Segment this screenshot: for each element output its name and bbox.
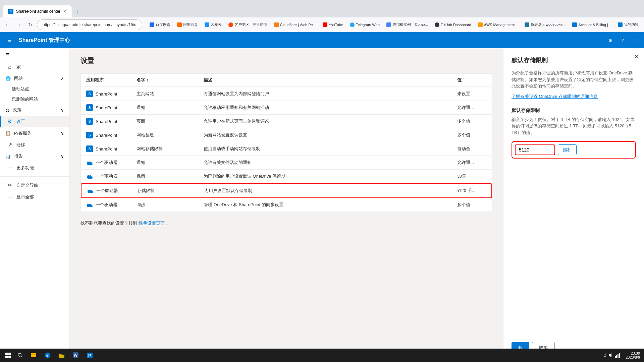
svg-rect-17 — [618, 354, 619, 358]
bookmark-github[interactable]: GitHub Dashboard — [432, 21, 474, 28]
settings-table: 应用程序 名字 ↑ 描述 值 S SharePoint 主页网站 将通信网站设置… — [80, 73, 492, 212]
topbar-hamburger[interactable]: ☰ — [4, 35, 15, 46]
storage-input[interactable] — [515, 144, 555, 155]
sharepoint-icon: S — [86, 145, 93, 152]
table-row[interactable]: 一个驱动器 保留 为已删除的用户设置默认 OneDrive 保留期 30天 — [81, 170, 492, 183]
panel-link[interactable]: 了解有关设置 OneDrive 存储限制的详细信息 — [512, 94, 636, 100]
forward-button[interactable]: → — [14, 20, 23, 29]
bookmark-mycontent[interactable]: 我的内容 — [615, 21, 641, 28]
bookmark-telegram[interactable]: Telegram Web — [347, 21, 382, 28]
svg-rect-16 — [616, 355, 617, 358]
sidebar-section-reports[interactable]: 📊 报告 ∨ — [0, 150, 69, 162]
sharepoint-icon: S — [86, 132, 93, 138]
taskbar-edge[interactable]: e — [41, 349, 54, 362]
taskbar-word[interactable]: W — [69, 349, 83, 362]
back-button[interactable]: ← — [3, 20, 12, 29]
browser-toolbar: ← → ↻ 百度网盘 阿里云盘 蓝奏云 客户专区 - 兜里诺呀 Cl — [0, 17, 644, 32]
reports-icon: 📊 — [5, 154, 11, 159]
svg-text:P: P — [88, 353, 91, 358]
table-row[interactable]: S SharePoint 页面 允许用户在新式页面上创建和评论 多个值 — [81, 115, 492, 128]
tab-favicon: S — [8, 9, 13, 14]
table-row[interactable]: 一个驱动器 同步 管理 OneDrive 和 SharePoint 的同步设置 … — [81, 198, 492, 212]
col-desc: 描述 — [198, 74, 452, 86]
page-title: 设置 — [80, 56, 492, 65]
policies-icon: ⚖ — [5, 108, 9, 113]
table-row-storage-limit[interactable]: 一个驱动器 存储限制 为用户设置默认存储限制 5120 千... — [81, 183, 492, 198]
sidebar-item-custom-nav[interactable]: ✏ 自定义导航 — [0, 179, 69, 191]
taskbar-app5[interactable]: P — [83, 349, 97, 362]
more-icon: ⋯ — [6, 165, 13, 171]
sidebar-section-sites[interactable]: 🌐 网站 ∧ — [0, 73, 69, 84]
svg-rect-18 — [619, 353, 620, 358]
classic-settings-link[interactable]: 经典设置页面 — [139, 221, 165, 226]
sidebar-toggle[interactable]: ☰ — [0, 48, 69, 61]
taskbar-clock[interactable]: 23:39 2023/8/6 — [623, 351, 643, 359]
svg-line-5 — [21, 356, 22, 357]
browser-tabs: S SharePoint admin center ✕ + — [0, 0, 644, 17]
tab-close-icon[interactable]: ✕ — [63, 9, 66, 14]
sidebar-item-settings[interactable]: ⚙ 设置 — [0, 116, 69, 127]
bookmark-vm[interactable]: 虚拟机实例 – Comp... — [384, 21, 431, 28]
address-bar[interactable] — [37, 19, 142, 30]
bookmark-youtube[interactable]: YouTube — [320, 21, 346, 28]
bookmark-baidu[interactable]: 百度网盘 — [147, 21, 173, 28]
onedrive-icon — [87, 187, 94, 194]
taskbar-explorer[interactable] — [27, 349, 40, 362]
table-row[interactable]: 一个驱动器 通知 允许有关文件活动的通知 允许通... — [81, 156, 492, 170]
onedrive-icon — [86, 159, 93, 166]
bookmark-aliyun[interactable]: 阿里云盘 — [174, 21, 201, 28]
sidebar-item-deleted-sites[interactable]: 已删除的网站 — [5, 94, 69, 104]
table-header: 应用程序 名字 ↑ 描述 值 — [81, 74, 492, 87]
lang-indicator: 英 — [603, 353, 607, 358]
col-name: 名字 ↑ — [131, 74, 198, 86]
panel-title: 默认存储限制 — [512, 56, 636, 64]
content-area: 设置 应用程序 名字 ↑ 描述 值 S SharePoint — [70, 48, 503, 362]
onedrive-icon — [86, 201, 93, 208]
bookmark-wodeboke[interactable]: 仪表盘 « wodeboke... — [522, 21, 569, 28]
reports-expand-icon: ∨ — [61, 154, 64, 159]
sidebar-item-migration[interactable]: ↗ 迁移 — [0, 139, 69, 150]
sites-icon: 🌐 — [5, 76, 11, 81]
custom-nav-icon: ✏ — [6, 182, 13, 188]
bookmark-aws[interactable]: AWS Management... — [475, 21, 521, 28]
new-tab-button[interactable]: + — [72, 7, 83, 17]
sidebar-item-active-sites[interactable]: 活动站点 — [5, 84, 69, 94]
profile-icon-btn[interactable]: 👤 — [629, 35, 640, 46]
tab-label: SharePoint admin center — [16, 9, 60, 14]
taskbar-folder[interactable] — [55, 349, 68, 362]
active-tab[interactable]: S SharePoint admin center ✕ — [3, 5, 72, 17]
bookmark-lanzou[interactable]: 蓝奏云 — [202, 21, 224, 28]
panel-description: 为分配了合格许可证的所有新用户和现有用户设置 OneDrive 存储限制。如果您… — [512, 70, 636, 89]
start-button[interactable] — [1, 349, 15, 362]
policies-expand-icon: ∨ — [61, 108, 64, 113]
table-row[interactable]: S SharePoint 主页网站 将通信网站设置为内部网登陆门户 未设置 — [81, 87, 492, 101]
sharepoint-icon: S — [86, 104, 93, 111]
sidebar: ☰ ⌂ 家 🌐 网站 ∧ 活动站点 已删除的网站 — [0, 48, 70, 362]
sidebar-item-home[interactable]: ⌂ 家 — [0, 61, 69, 73]
svg-point-4 — [18, 353, 21, 356]
sidebar-item-show-all[interactable]: ⋯ 显示全部 — [0, 191, 69, 203]
settings-icon-btn[interactable]: ⚙ — [605, 35, 616, 46]
svg-rect-0 — [5, 353, 8, 355]
sidebar-item-more[interactable]: ⋯ 更多功能 — [0, 162, 69, 174]
panel-close-button[interactable]: ✕ — [634, 54, 639, 60]
help-icon-btn[interactable]: ? — [617, 35, 628, 46]
taskbar-search-button[interactable] — [15, 350, 25, 361]
volume-icon — [608, 353, 613, 358]
sidebar-section-content[interactable]: 📋 内容服务 ∨ — [0, 127, 69, 139]
bookmark-kehu[interactable]: 客户专区 - 兜里诺呀 — [226, 21, 270, 28]
bookmark-cloudflare[interactable]: Cloudflare | Web Pe... — [271, 21, 319, 28]
panel-sub-desc: 输入至少为 1 的值。对于 1 TB 的存储空间，请输入 1024。如果你的订阅… — [512, 116, 636, 136]
table-row[interactable]: S SharePoint 网站存储限制 使用自动或手动网站存储限制 自动合... — [81, 142, 492, 156]
taskbar-systray: 英 — [600, 353, 623, 358]
bookmark-account[interactable]: Account & Billing |... — [570, 21, 614, 28]
unit-button[interactable]: 国标 — [558, 144, 577, 155]
content-expand-icon: ∨ — [61, 131, 64, 136]
table-row[interactable]: S SharePoint 网站创建 为新网站设置默认设置 多个值 — [81, 128, 492, 142]
table-row[interactable]: S SharePoint 通知 允许移动应用通知和有关网站活动 允许通... — [81, 101, 492, 115]
migration-icon: ↗ — [6, 141, 13, 148]
hamburger-icon: ☰ — [7, 38, 11, 43]
refresh-button[interactable]: ↻ — [25, 20, 35, 29]
sidebar-section-policies[interactable]: ⚖ 政策 ∨ — [0, 104, 69, 116]
settings-icon: ⚙ — [6, 118, 13, 125]
